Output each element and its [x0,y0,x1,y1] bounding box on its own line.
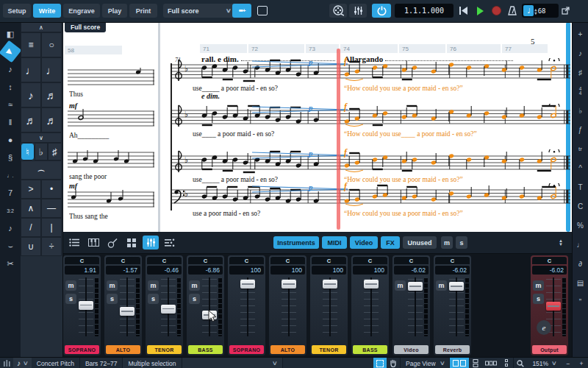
pan-control[interactable]: C [435,257,470,264]
view-mode-select[interactable]: Page View ∨ [400,358,450,368]
lyrics-fragment[interactable]: Thus [69,91,157,98]
lyrics-fragment[interactable]: sang the poor [69,173,157,180]
keyboard-view-button[interactable] [85,236,101,250]
text-tool-button[interactable]: T [574,180,587,194]
mute-button[interactable]: m [533,280,544,291]
slur-button[interactable]: ⌢ [21,160,62,180]
score-area[interactable]: Full score 5 5871727374757677 rall. e di… [63,22,572,232]
pan-control[interactable]: C [270,257,305,264]
holds-fermatas-button[interactable]: ^ [574,161,587,174]
fader-cap[interactable] [120,307,135,316]
filter-midi-button[interactable]: MIDI [322,236,347,249]
solo-button[interactable]: s [65,294,76,304]
score-tab-full-score[interactable]: Full score [65,22,106,32]
sharp-button[interactable]: ♯ [48,143,62,160]
half-note-button[interactable]: ♩ [21,57,41,82]
channel-value-display[interactable]: -1.57 [106,266,140,275]
diminuendo-hairpin[interactable] [252,60,348,68]
dynamic-p[interactable]: p [309,57,313,66]
play-button[interactable] [473,4,487,18]
dynamic-f[interactable]: f [344,102,347,113]
mute-button[interactable]: m [436,280,447,291]
channel-value-display[interactable]: 100 [353,266,387,275]
staff-system[interactable]: ♭ [171,183,570,213]
spread-view-button[interactable] [450,358,469,368]
concert-pitch-indicator[interactable]: Concert Pitch [32,358,80,368]
marcato-button[interactable]: ∧ [21,199,41,218]
lyrics-fragment[interactable]: Ah_________ [69,132,157,139]
pan-control[interactable]: C [532,257,567,264]
hand-tool[interactable] [387,358,400,368]
volume-fader[interactable] [81,276,91,338]
lyrics-line-selected[interactable]: “How could you use a poor maid - en so?” [344,176,547,183]
pan-control[interactable]: C [312,257,346,264]
unstress-button[interactable]: ∪ [21,237,41,256]
pan-control[interactable]: C [394,257,429,264]
lyrics-line-selected[interactable]: “How could you use____ a poor maid - en … [344,130,547,138]
filter-fx-button[interactable]: FX [381,236,400,249]
staccato-tenuto-button[interactable]: ÷ [41,237,62,256]
staff-system[interactable]: ♭ [171,58,570,88]
tenuto-button[interactable]: — [41,199,62,218]
fader-cap[interactable] [449,282,464,291]
staff-fragment[interactable] [68,150,154,169]
tab-setup[interactable]: Setup [3,4,31,18]
edit-channel-button[interactable]: e [537,320,551,335]
mute-button[interactable]: m [65,280,76,291]
sixteenth-note-button[interactable]: ♬ [41,82,62,107]
lyrics-fragment[interactable]: Thus sang the [69,213,157,220]
ornaments-button[interactable]: tr [574,142,587,155]
grace-note-button[interactable]: ♪ [2,220,18,236]
dim-text[interactable]: e dim. [201,92,220,100]
volume-fader[interactable] [451,276,462,338]
marquee-select-tool[interactable] [373,358,387,368]
mixer-button[interactable] [349,4,367,18]
note-input-settings[interactable]: ♪ ∨ [13,358,32,368]
horizontal-pages-button[interactable] [482,358,500,368]
fader-cap[interactable] [282,280,296,289]
note-tools-button[interactable]: ♪ [2,61,18,77]
zoom-in-button[interactable]: + [575,358,588,368]
pan-control[interactable]: C [106,257,140,264]
diminuendo-hairpin[interactable] [252,185,348,193]
grid-view-button[interactable] [123,236,140,250]
chord-symbols-button[interactable]: C [574,199,587,213]
tuplet-button[interactable]: 3:2 [2,202,18,219]
time-signatures-button[interactable]: 44 [574,85,587,98]
volume-fader[interactable] [204,276,215,338]
comments-button[interactable]: ” [574,295,587,308]
dynamics-button[interactable]: ƒ [574,123,587,136]
volume-fader[interactable] [325,276,335,338]
channel-value-display[interactable]: 100 [270,266,305,275]
flat-button[interactable]: ♭ [35,143,49,160]
key-signatures-button[interactable]: ♯ [574,66,587,79]
staff-fragment[interactable] [68,109,154,128]
barline-tool-button[interactable]: ‖ [2,114,18,130]
fader-cap[interactable] [161,305,176,314]
note-panel-expand[interactable]: ∨ [21,132,62,143]
tonality-system-button[interactable]: ♭ [574,104,587,117]
lyrics-line[interactable]: use_____ a poor maid - en so? [193,85,337,92]
filters-add-button[interactable]: + [574,27,587,40]
stress-button[interactable]: | [41,218,62,237]
channel-value-display[interactable]: -6.02 [435,266,470,275]
activate-project-button[interactable] [372,4,391,18]
solo-all-button[interactable]: s [456,236,467,249]
tempo-stepper[interactable]: ▲▼ [534,7,537,15]
solo-button[interactable]: s [107,294,118,304]
channel-value-display[interactable]: 100 [312,266,346,275]
mute-button[interactable]: m [107,280,118,291]
zoom-level-select[interactable]: 151% ∨ [527,358,562,368]
playback-listen-button[interactable]: ∂ [574,257,587,270]
dotted-note-button[interactable]: ♩. [2,167,18,183]
layout-select[interactable]: Full score ∨ [163,4,235,18]
fader-cap[interactable] [79,301,93,310]
staff-system[interactable]: ♭ [171,104,570,133]
record-button[interactable] [489,4,503,18]
breve-button[interactable]: ≡ [21,32,41,57]
channel-value-display[interactable]: 100 [229,266,264,275]
tempo-note-button[interactable]: ♩ [523,5,534,16]
tab-print[interactable]: Print [129,4,157,18]
staff-fragment[interactable] [68,68,154,87]
thirtysecond-note-button[interactable]: ♬ [21,107,41,132]
